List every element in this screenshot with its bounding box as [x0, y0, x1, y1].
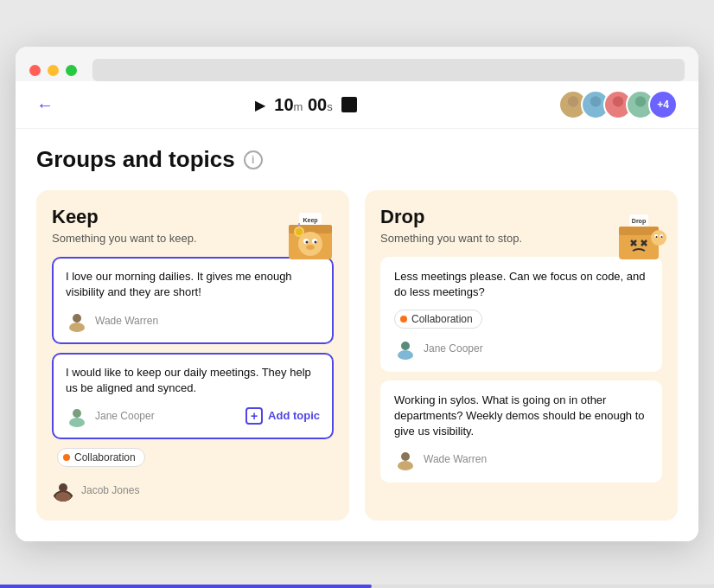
svg-point-21 — [73, 314, 81, 323]
tag-dot — [63, 454, 70, 461]
info-icon[interactable]: i — [244, 150, 263, 169]
tag-dot — [400, 316, 407, 323]
page-title-text: Groups and topics — [36, 146, 235, 173]
topic-footer: Jane Cooper — [394, 337, 648, 360]
svg-point-1 — [564, 107, 581, 118]
user-name: Jane Cooper — [424, 342, 483, 355]
topic-footer: Wade Warren — [66, 310, 320, 332]
titlebar — [16, 47, 698, 81]
svg-point-15 — [306, 241, 309, 244]
keep-column: Keep — [36, 190, 349, 521]
svg-point-5 — [609, 107, 626, 118]
user-name: Wade Warren — [95, 315, 158, 327]
add-icon: + — [245, 407, 263, 425]
user-avatar — [52, 479, 74, 502]
app-window: ← ▶ 10m 00s +4 Gro — [16, 47, 698, 541]
keep-mascot: Keep — [280, 199, 341, 272]
tag-label: Collaboration — [411, 313, 473, 325]
svg-point-41 — [401, 342, 410, 350]
tag-label: Collaboration — [74, 451, 136, 463]
svg-point-4 — [613, 96, 623, 106]
svg-point-0 — [568, 96, 578, 106]
play-button[interactable]: ▶ — [255, 97, 265, 113]
svg-point-42 — [398, 350, 413, 360]
topic-footer: Jane Cooper + Add topic — [66, 405, 320, 427]
timer-section: ▶ 10m 00s — [255, 95, 356, 115]
url-bar — [92, 59, 685, 81]
topic-text: Less meetings please. Can we focus on co… — [394, 269, 648, 300]
user-avatar — [66, 405, 88, 427]
topic-tag-row: Collaboration — [394, 310, 648, 329]
svg-point-39 — [656, 236, 658, 238]
timer-display: 10m 00s — [274, 95, 332, 115]
svg-point-23 — [73, 409, 81, 418]
topic-card[interactable]: I would like to keep our daily meetings.… — [52, 353, 334, 439]
back-button[interactable]: ← — [36, 95, 54, 115]
columns-layout: Keep — [36, 190, 678, 521]
timer-minutes: 10 — [274, 95, 293, 114]
svg-point-22 — [69, 323, 85, 332]
svg-point-3 — [587, 107, 603, 118]
svg-point-2 — [590, 96, 601, 106]
svg-point-17 — [306, 245, 315, 250]
topic-text: Working in sylos. What is going on in ot… — [394, 393, 648, 440]
add-topic-label: Add topic — [268, 409, 320, 422]
svg-point-16 — [315, 241, 317, 244]
main-content: Groups and topics i Keep — [16, 129, 698, 541]
collaboration-tag[interactable]: Collaboration — [57, 448, 145, 467]
page-title-section: Groups and topics i — [36, 146, 678, 173]
topic-text: I would like to keep our daily meetings.… — [66, 365, 320, 396]
stop-button[interactable] — [341, 97, 357, 112]
avatar-group: +4 — [558, 90, 678, 119]
timer-sec-unit: s — [327, 100, 333, 113]
add-topic-button[interactable]: + Add topic — [245, 407, 320, 425]
svg-point-7 — [632, 107, 648, 118]
user-avatar — [394, 337, 417, 360]
user-avatar — [394, 448, 417, 470]
timer-min-unit: m — [294, 100, 303, 113]
svg-point-36 — [651, 230, 666, 246]
drop-column: Drop — [365, 190, 678, 521]
topic-card[interactable]: Less meetings please. Can we focus on co… — [380, 257, 662, 371]
toolbar: ← ▶ 10m 00s +4 — [16, 81, 698, 129]
topic-card[interactable]: Working in sylos. What is going on in ot… — [380, 380, 662, 483]
svg-text:Drop: Drop — [632, 218, 646, 225]
user-name: Wade Warren — [424, 453, 487, 465]
topic-text: I love our morning dailies. It gives me … — [66, 269, 320, 300]
svg-point-26 — [59, 483, 67, 492]
timer-seconds: 00 — [308, 95, 327, 114]
svg-point-24 — [69, 418, 85, 427]
user-name: Jacob Jones — [81, 484, 139, 496]
close-dot[interactable] — [29, 65, 41, 76]
tag-container: Collaboration — [57, 448, 334, 467]
svg-point-6 — [635, 96, 646, 106]
user-name: Jane Cooper — [95, 410, 155, 422]
drop-mascot: Drop — [609, 199, 669, 272]
minimize-dot[interactable] — [48, 65, 59, 76]
user-avatar — [66, 310, 88, 332]
collaboration-tag[interactable]: Collaboration — [394, 310, 482, 329]
svg-point-43 — [401, 452, 410, 461]
maximize-dot[interactable] — [66, 65, 77, 76]
svg-point-44 — [398, 461, 413, 470]
topic-footer: Wade Warren — [394, 448, 648, 470]
svg-point-40 — [661, 236, 663, 238]
jacob-row: Jacob Jones — [52, 476, 334, 505]
svg-text:Keep: Keep — [303, 217, 317, 224]
avatar-extra: +4 — [648, 90, 678, 119]
svg-point-19 — [296, 228, 303, 235]
